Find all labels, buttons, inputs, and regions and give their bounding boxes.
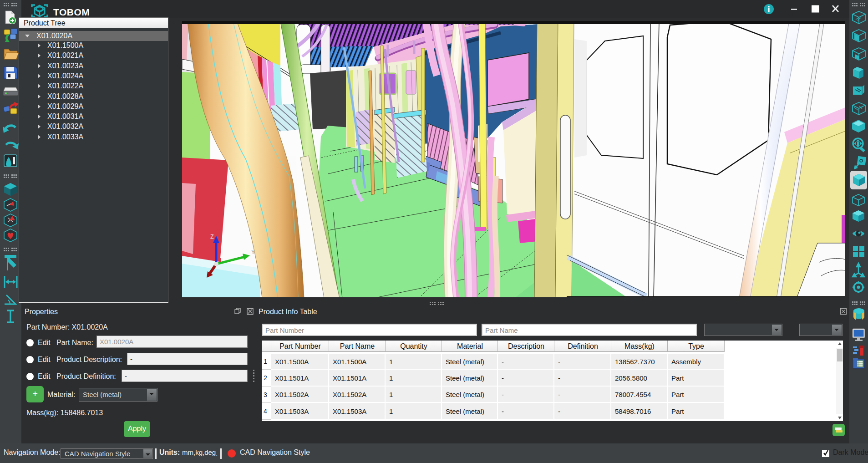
svg-text:Y: Y [251,249,255,256]
svg-text:Z: Z [210,234,214,240]
